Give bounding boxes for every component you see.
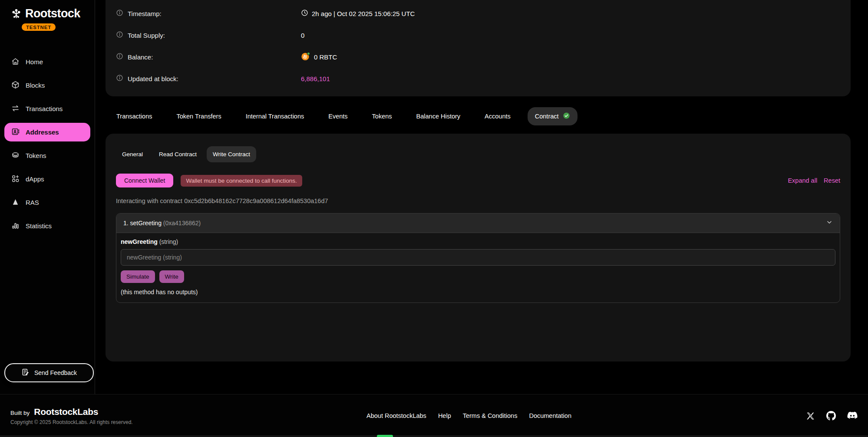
wallet-row: Connect Wallet Wallet must be connected …: [116, 174, 840, 187]
expand-all-link[interactable]: Expand all: [788, 177, 817, 184]
dapps-icon: [11, 174, 20, 184]
bottom-edge-strip: [0, 435, 868, 437]
app-root: Rootstock TESTNET Home Blocks Transactio…: [0, 0, 868, 437]
tab-contract-label: Contract: [535, 113, 559, 120]
connect-wallet-button[interactable]: Connect Wallet: [116, 174, 173, 187]
subtab-write-contract[interactable]: Write Contract: [207, 146, 256, 162]
sidebar-item-label: dApps: [26, 175, 44, 183]
total-supply-value: 0: [301, 32, 304, 39]
param-input-newgreeting[interactable]: [121, 249, 835, 266]
footer: Built by RootstockLabs Copyright © 2025 …: [0, 394, 868, 437]
write-button[interactable]: Write: [159, 270, 184, 283]
feedback-label: Send Feedback: [34, 369, 77, 376]
summary-label: Timestamp:: [116, 9, 301, 18]
info-icon[interactable]: [116, 9, 123, 18]
footer-link-terms[interactable]: Terms & Conditions: [463, 412, 518, 419]
footer-links: About RootstockLabs Help Terms & Conditi…: [366, 412, 571, 419]
tab-accounts[interactable]: Accounts: [485, 113, 511, 120]
summary-row-updated-block: Updated at block: 6,886,101: [116, 68, 840, 89]
statistics-icon: [11, 221, 20, 231]
summary-label: Total Supply:: [116, 31, 301, 39]
interacting-with-contract-text: Interacting with contract 0xc5d2b6b48162…: [116, 197, 840, 204]
sidebar-menu: Home Blocks Transactions Addresses Token…: [0, 53, 95, 235]
tab-events[interactable]: Events: [328, 113, 347, 120]
footer-link-about[interactable]: About RootstockLabs: [366, 412, 426, 419]
rootstock-logo-icon: [10, 8, 22, 20]
timestamp-value: 2h ago | Oct 02 2025 15:06:25 UTC: [301, 9, 415, 18]
footer-link-help[interactable]: Help: [438, 412, 451, 419]
tab-token-transfers[interactable]: Token Transfers: [176, 113, 221, 120]
function-accordion-setgreeting: 1. setGreeting (0xa4136862) newGreeting …: [116, 213, 840, 303]
param-type: (string): [159, 238, 178, 245]
discord-icon[interactable]: [847, 411, 858, 420]
sidebar-item-label: RAS: [26, 199, 39, 206]
updated-block-label: Updated at block:: [128, 75, 178, 82]
tab-transactions[interactable]: Transactions: [116, 113, 152, 120]
sidebar-item-blocks[interactable]: Blocks: [4, 76, 90, 95]
testnet-badge: TESTNET: [22, 23, 56, 31]
tab-balance-history[interactable]: Balance History: [416, 113, 461, 120]
sidebar-item-transactions[interactable]: Transactions: [4, 99, 90, 118]
address-summary-card: Timestamp: 2h ago | Oct 02 2025 15:06:25…: [106, 0, 851, 96]
copyright-text: Copyright © 2025 RootstockLabs. All righ…: [10, 419, 149, 425]
sidebar-item-label: Blocks: [26, 82, 45, 89]
block-number-link[interactable]: 6,886,101: [301, 75, 330, 82]
panel-actions: Expand all Reset: [788, 177, 840, 184]
contract-subtabs: General Read Contract Write Contract: [116, 146, 840, 162]
summary-row-balance: Balance: B 0 RBTC: [116, 46, 840, 68]
logo-text: Rootstock: [25, 7, 80, 20]
tab-internal-transactions[interactable]: Internal Transactions: [246, 113, 304, 120]
sidebar-item-label: Addresses: [26, 128, 59, 136]
tab-contract[interactable]: Contract: [528, 107, 578, 125]
sidebar-item-dapps[interactable]: dApps: [4, 170, 90, 188]
reset-link[interactable]: Reset: [824, 177, 840, 184]
sidebar: Rootstock TESTNET Home Blocks Transactio…: [0, 0, 95, 394]
function-body: newGreeting (string) Simulate Write (thi…: [116, 233, 840, 302]
github-icon[interactable]: [826, 411, 836, 421]
function-accordion-header[interactable]: 1. setGreeting (0xa4136862): [116, 214, 840, 233]
footer-socials: [806, 411, 858, 421]
subtab-read-contract[interactable]: Read Contract: [153, 146, 203, 162]
sidebar-item-ras[interactable]: RAS: [4, 193, 90, 212]
tab-tokens[interactable]: Tokens: [372, 113, 392, 120]
ras-icon: [11, 197, 20, 208]
verified-check-icon: [563, 112, 570, 121]
sidebar-item-label: Transactions: [26, 105, 63, 112]
subtab-general[interactable]: General: [116, 146, 149, 162]
function-actions: Simulate Write: [121, 270, 835, 283]
addresses-icon: [11, 127, 20, 138]
sidebar-item-addresses[interactable]: Addresses: [4, 123, 90, 141]
summary-row-timestamp: Timestamp: 2h ago | Oct 02 2025 15:06:25…: [116, 3, 840, 24]
function-title: 1. setGreeting (0xa4136862): [123, 220, 201, 227]
total-supply-label: Total Supply:: [128, 32, 165, 39]
footer-link-documentation[interactable]: Documentation: [529, 412, 571, 419]
sidebar-item-tokens[interactable]: Tokens: [4, 146, 90, 165]
send-feedback-button[interactable]: Send Feedback: [4, 363, 94, 382]
home-icon: [11, 57, 20, 67]
simulate-button[interactable]: Simulate: [121, 270, 155, 283]
balance-value: B 0 RBTC: [301, 52, 337, 62]
no-outputs-text: (this method has no outputs): [121, 289, 835, 296]
rootstocklabs-brand: RootstockLabs: [34, 407, 98, 417]
rootstock-logo[interactable]: Rootstock: [10, 7, 95, 20]
summary-label: Updated at block:: [116, 74, 301, 83]
info-icon[interactable]: [116, 74, 123, 83]
sidebar-item-home[interactable]: Home: [4, 53, 90, 71]
x-twitter-icon[interactable]: [806, 411, 815, 421]
main-content: Timestamp: 2h ago | Oct 02 2025 15:06:25…: [95, 0, 868, 394]
logo-block: Rootstock TESTNET: [0, 0, 95, 31]
sidebar-item-statistics[interactable]: Statistics: [4, 217, 90, 235]
transactions-icon: [11, 104, 20, 114]
info-icon[interactable]: [116, 53, 123, 61]
param-label: newGreeting (string): [121, 238, 835, 245]
chevron-down-icon[interactable]: [826, 219, 833, 227]
tokens-icon: [11, 151, 20, 161]
content-row: Rootstock TESTNET Home Blocks Transactio…: [0, 0, 868, 394]
bottom-green-sliver: [377, 435, 393, 437]
param-name: newGreeting: [121, 238, 158, 245]
built-by-text: Built by: [10, 410, 30, 416]
sidebar-item-label: Tokens: [26, 152, 46, 159]
info-icon[interactable]: [116, 31, 123, 39]
feedback-edit-icon: [21, 368, 30, 378]
clock-icon: [301, 9, 308, 18]
